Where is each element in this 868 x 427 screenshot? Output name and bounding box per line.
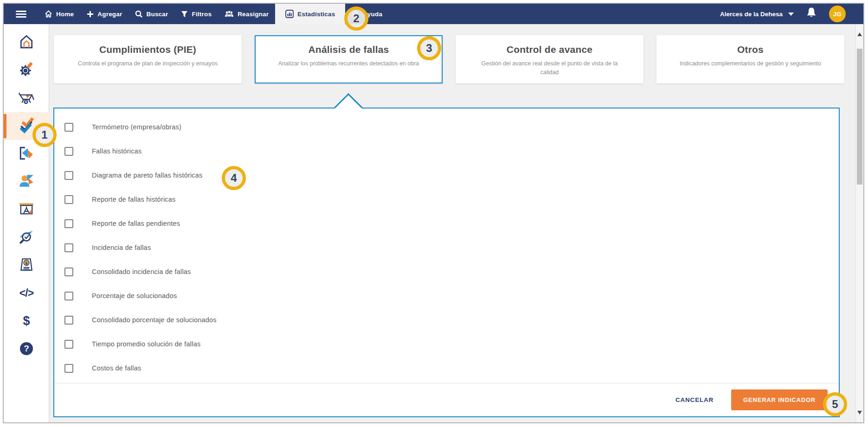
home-icon <box>19 34 34 51</box>
scroll-up-arrow-icon[interactable] <box>857 32 862 36</box>
option-checkbox[interactable] <box>64 171 73 180</box>
option-label: Consolidado porcentaje de solucionados <box>92 316 217 324</box>
hamburger-menu-button[interactable] <box>4 4 38 24</box>
nav-menu: Home Agregar Buscar Filtros Reasignar Es… <box>4 4 389 24</box>
option-checkbox[interactable] <box>64 340 73 349</box>
option-row-costos-fallas[interactable]: Costos de fallas <box>54 356 839 380</box>
sidebar-item-audit[interactable] <box>4 223 49 251</box>
card-title: Control de avance <box>468 44 631 55</box>
funnel-icon <box>181 11 188 18</box>
option-row-reporte-pendientes[interactable]: Reporte de fallas pendientes <box>54 211 839 236</box>
bar-chart-icon <box>285 10 294 18</box>
top-nav: Home Agregar Buscar Filtros Reasignar Es… <box>4 4 863 24</box>
nav-item-buscar[interactable]: Buscar <box>129 4 174 24</box>
option-row-incidencia[interactable]: Incidencia de fallas <box>54 236 839 260</box>
option-row-diagrama-pareto[interactable]: Diagrama de pareto fallas históricas <box>54 163 839 187</box>
card-subtitle: Indicadores complementarios de gestión y… <box>669 59 832 68</box>
notifications-button[interactable] <box>806 7 817 21</box>
option-checkbox[interactable] <box>64 123 73 132</box>
sidebar-item-help[interactable]: ? <box>4 335 49 363</box>
option-checkbox[interactable] <box>64 268 73 276</box>
option-checkbox[interactable] <box>64 364 73 373</box>
card-analisis-de-fallas[interactable]: Análisis de fallas Analizar los problema… <box>255 35 443 83</box>
option-label: Porcentaje de solucionados <box>92 292 177 300</box>
option-row-reporte-historicas[interactable]: Reporte de fallas históricas <box>54 187 839 211</box>
hamburger-icon <box>16 9 26 19</box>
annotation-circle-2: 2 <box>344 6 368 31</box>
sidebar-item-home[interactable] <box>4 29 49 57</box>
option-row-consolidado-incidencia[interactable]: Consolidado incidencia de fallas <box>54 260 839 284</box>
cancel-button[interactable]: CANCELAR <box>675 396 714 403</box>
sidebar-item-wheelbarrow[interactable] <box>4 84 49 112</box>
settings-edit-icon <box>19 62 34 79</box>
annotation-circle-4: 4 <box>222 166 246 190</box>
nav-item-label: Filtros <box>192 11 212 18</box>
app-window: Home Agregar Buscar Filtros Reasignar Es… <box>3 3 864 423</box>
scrollbar-thumb[interactable] <box>857 49 862 185</box>
option-label: Tiempo promedio solución de fallas <box>92 340 200 348</box>
nav-tab-estadisticas[interactable]: Estadísticas <box>275 4 345 24</box>
sidebar-item-code[interactable]: </> <box>4 279 49 307</box>
nav-item-agregar[interactable]: Agregar <box>80 4 129 24</box>
annotation-circle-5: 5 <box>823 392 847 416</box>
sidebar-item-finance[interactable]: $ <box>4 307 49 335</box>
annotation-circle-3: 3 <box>417 36 441 60</box>
avatar[interactable]: JG <box>829 6 846 22</box>
plus-icon <box>87 11 94 18</box>
option-checkbox[interactable] <box>64 243 73 252</box>
bell-icon <box>806 7 817 21</box>
account-selector[interactable]: Alerces de la Dehesa <box>720 11 794 18</box>
option-checkbox[interactable] <box>64 195 73 204</box>
nav-item-reasignar[interactable]: Reasignar <box>218 4 275 24</box>
nav-right: Alerces de la Dehesa JG <box>720 4 863 24</box>
dollar-icon: $ <box>23 314 30 328</box>
card-title: Otros <box>669 44 832 55</box>
option-label: Fallas históricas <box>92 147 141 155</box>
option-label: Diagrama de pareto fallas históricas <box>92 172 203 179</box>
sidebar-item-users[interactable] <box>4 168 49 196</box>
sidebar-item-billing[interactable]: $ <box>4 251 49 279</box>
scroll-down-arrow-icon[interactable] <box>857 411 862 414</box>
account-name: Alerces de la Dehesa <box>720 11 783 18</box>
card-subtitle: Gestión del avance real desde el punto d… <box>468 59 631 77</box>
card-otros[interactable]: Otros Indicadores complementarios de ges… <box>656 35 844 83</box>
user-icon <box>19 173 34 191</box>
svg-text:$: $ <box>25 261 28 266</box>
card-title: Análisis de fallas <box>267 44 431 55</box>
sidebar-item-settings[interactable] <box>4 57 49 84</box>
active-indicator-bar <box>4 114 6 138</box>
option-label: Consolidado incidencia de fallas <box>92 268 191 275</box>
annotation-circle-1: 1 <box>32 123 57 147</box>
sidebar-item-drafting[interactable] <box>4 196 49 223</box>
option-label: Reporte de fallas históricas <box>92 196 176 203</box>
options-list: Termómetro (empresa/obras) Fallas histór… <box>54 108 839 380</box>
indicator-options-panel: Termómetro (empresa/obras) Fallas histór… <box>53 108 840 417</box>
generate-indicator-button[interactable]: GENERAR INDICADOR <box>731 389 828 410</box>
option-checkbox[interactable] <box>64 147 73 156</box>
nav-item-label: Reasignar <box>238 11 269 18</box>
nav-item-label: Home <box>56 11 74 18</box>
option-checkbox[interactable] <box>64 292 73 300</box>
option-label: Incidencia de fallas <box>92 244 151 251</box>
card-cumplimientos[interactable]: Cumplimientos (PIE) Controla el programa… <box>54 35 242 83</box>
laptop-money-icon: $ <box>19 256 34 274</box>
chevron-down-icon <box>788 13 794 16</box>
return-arrow-icon <box>19 145 34 163</box>
option-checkbox[interactable] <box>64 316 73 325</box>
vertical-scrollbar[interactable] <box>855 24 863 422</box>
nav-item-home[interactable]: Home <box>38 4 80 24</box>
people-icon <box>225 10 234 18</box>
card-title: Cumplimientos (PIE) <box>66 44 230 55</box>
indicator-category-cards: Cumplimientos (PIE) Controla el programa… <box>54 35 844 83</box>
card-subtitle: Analizar los problemas recurrentes detec… <box>267 59 431 68</box>
option-row-tiempo-promedio[interactable]: Tiempo promedio solución de fallas <box>54 332 839 356</box>
option-row-fallas-historicas[interactable]: Fallas históricas <box>54 139 839 163</box>
card-control-de-avance[interactable]: Control de avance Gestión del avance rea… <box>456 35 643 83</box>
help-icon: ? <box>20 342 33 355</box>
code-icon: </> <box>19 287 33 300</box>
option-row-porcentaje-solucionados[interactable]: Porcentaje de solucionados <box>54 284 839 308</box>
option-row-termometro[interactable]: Termómetro (empresa/obras) <box>54 115 839 139</box>
option-checkbox[interactable] <box>64 219 73 228</box>
option-row-consolidado-porcentaje[interactable]: Consolidado porcentaje de solucionados <box>54 308 839 332</box>
nav-item-filtros[interactable]: Filtros <box>174 4 218 24</box>
